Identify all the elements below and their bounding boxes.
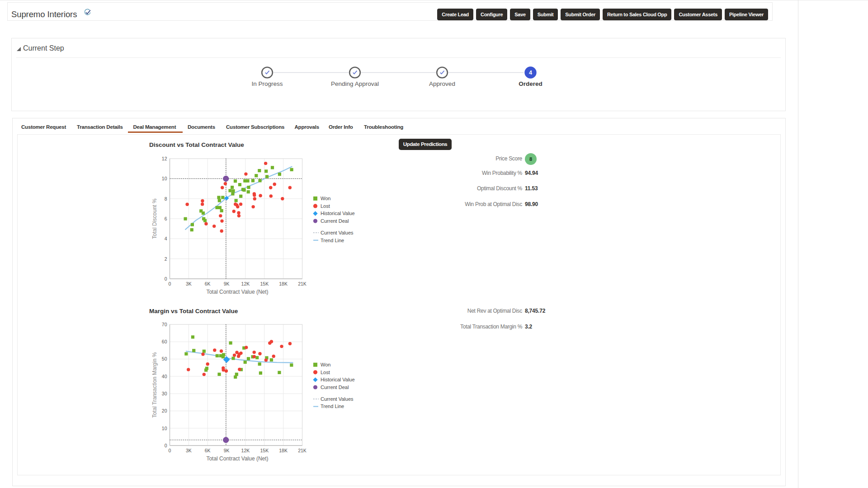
svg-text:9K: 9K (224, 448, 230, 453)
svg-text:0: 0 (165, 443, 167, 448)
svg-text:10: 10 (162, 426, 167, 431)
svg-text:Historical Value: Historical Value (321, 211, 355, 216)
svg-text:Total Transaction Margin %: Total Transaction Margin % (151, 352, 158, 418)
svg-text:Lost: Lost (321, 370, 330, 375)
svg-text:60: 60 (162, 339, 167, 344)
svg-text:0: 0 (165, 276, 167, 282)
svg-text:70: 70 (162, 322, 167, 327)
svg-text:Current Values: Current Values (321, 230, 354, 235)
svg-text:Current Deal: Current Deal (321, 385, 349, 390)
svg-text:Ordered: Ordered (519, 80, 542, 87)
svg-text:Historical Value: Historical Value (321, 377, 355, 382)
svg-text:20: 20 (162, 408, 167, 413)
svg-text:9K: 9K (224, 281, 230, 286)
svg-text:3K: 3K (186, 448, 192, 453)
svg-text:12: 12 (162, 156, 167, 161)
svg-text:Margin vs Total Contract Value: Margin vs Total Contract Value (149, 308, 238, 314)
svg-text:4: 4 (529, 70, 532, 76)
svg-text:21K: 21K (298, 448, 307, 453)
svg-text:Trend Line: Trend Line (321, 404, 344, 409)
svg-text:4: 4 (165, 236, 167, 241)
svg-text:Won: Won (321, 196, 330, 201)
svg-text:0: 0 (169, 448, 171, 453)
svg-text:2: 2 (165, 256, 167, 262)
svg-text:Trend Line: Trend Line (321, 238, 344, 243)
svg-text:12K: 12K (241, 281, 250, 286)
svg-text:21K: 21K (298, 281, 307, 286)
svg-text:Current Values: Current Values (321, 396, 354, 402)
svg-text:10: 10 (162, 176, 167, 181)
svg-text:In Progress: In Progress (251, 80, 283, 87)
svg-text:8: 8 (165, 196, 167, 202)
svg-text:0: 0 (169, 281, 171, 286)
svg-text:Pending Approval: Pending Approval (331, 80, 379, 87)
svg-text:50: 50 (162, 356, 167, 361)
svg-text:Approved: Approved (429, 80, 455, 87)
svg-text:6K: 6K (205, 448, 211, 453)
svg-text:15K: 15K (260, 281, 269, 286)
svg-text:Total Discount %: Total Discount % (151, 198, 158, 239)
svg-text:Won: Won (321, 362, 330, 367)
svg-text:Lost: Lost (321, 203, 330, 209)
svg-text:Discount vs Total Contract Val: Discount vs Total Contract Value (149, 141, 244, 148)
svg-text:Total Contract Value (Net): Total Contract Value (Net) (206, 455, 268, 462)
svg-text:6: 6 (165, 216, 167, 221)
svg-text:12K: 12K (241, 448, 250, 453)
svg-text:40: 40 (162, 374, 167, 379)
svg-text:Total Contract Value (Net): Total Contract Value (Net) (206, 289, 268, 295)
svg-text:18K: 18K (279, 281, 288, 286)
svg-text:6K: 6K (205, 281, 211, 286)
svg-text:15K: 15K (260, 448, 269, 453)
svg-text:3K: 3K (186, 281, 192, 286)
svg-text:30: 30 (162, 391, 167, 396)
svg-text:18K: 18K (279, 448, 288, 453)
svg-text:Current Deal: Current Deal (321, 218, 349, 224)
